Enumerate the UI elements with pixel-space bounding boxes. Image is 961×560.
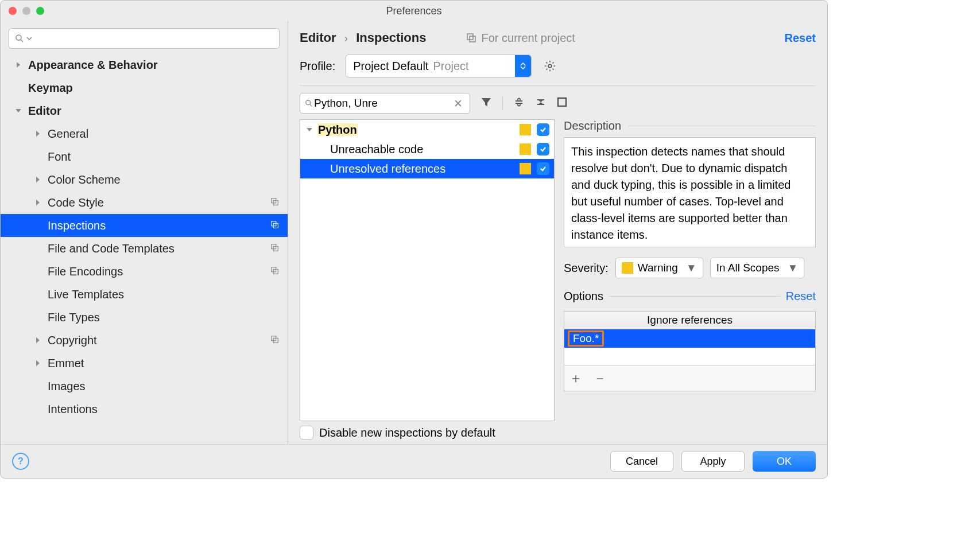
- description-title: Description: [564, 119, 621, 133]
- svg-rect-17: [558, 98, 566, 106]
- inspection-item[interactable]: Unresolved references: [300, 159, 554, 178]
- settings-search-input[interactable]: [34, 32, 273, 45]
- reset-link[interactable]: Reset: [785, 32, 816, 45]
- sidebar-item-label: Font: [48, 150, 71, 164]
- expand-arrow-icon: [13, 61, 24, 68]
- expand-arrow-icon: [33, 337, 43, 344]
- severity-select[interactable]: Warning ▼: [615, 258, 703, 278]
- preferences-window: Preferences Appearance & BehaviorKeymapE…: [0, 0, 828, 479]
- remove-reference-button[interactable]: －: [593, 369, 607, 387]
- svg-rect-12: [467, 34, 473, 40]
- sidebar-item-appearance-behavior[interactable]: Appearance & Behavior: [1, 53, 288, 76]
- expand-all-button[interactable]: [513, 96, 525, 110]
- svg-rect-13: [470, 36, 475, 42]
- ok-button[interactable]: OK: [753, 451, 816, 472]
- expand-arrow-icon: [13, 107, 24, 114]
- ignore-reference-value[interactable]: Foo.*: [568, 330, 604, 347]
- sidebar-item-color-scheme[interactable]: Color Scheme: [1, 168, 288, 191]
- sidebar-item-label: Images: [48, 380, 86, 393]
- settings-tree[interactable]: Appearance & BehaviorKeymapEditorGeneral…: [1, 53, 288, 444]
- inspection-label: Python: [317, 123, 358, 137]
- profile-select[interactable]: Project Default Project: [346, 55, 532, 77]
- ignore-reference-row[interactable]: Foo.*: [564, 329, 815, 348]
- sidebar-item-inspections[interactable]: Inspections: [1, 214, 288, 237]
- project-scope-icon: [270, 196, 280, 209]
- svg-point-15: [306, 100, 311, 105]
- sidebar-item-general[interactable]: General: [1, 122, 288, 145]
- inspection-filter-input[interactable]: [313, 96, 451, 110]
- sidebar-item-images[interactable]: Images: [1, 375, 288, 398]
- expand-icon: [513, 96, 525, 108]
- expand-arrow-icon: [33, 360, 43, 367]
- sidebar-item-label: Live Templates: [48, 288, 124, 301]
- clear-filter-button[interactable]: ✕: [451, 97, 465, 110]
- disable-new-checkbox[interactable]: [300, 426, 313, 440]
- sidebar-item-label: Emmet: [48, 357, 84, 370]
- sidebar-item-file-and-code-templates[interactable]: File and Code Templates: [1, 237, 288, 260]
- sidebar-item-intentions[interactable]: Intentions: [1, 398, 288, 421]
- inspection-enable-checkbox[interactable]: [537, 143, 549, 155]
- collapse-all-button[interactable]: [535, 96, 547, 110]
- breadcrumb-leaf: Inspections: [356, 30, 426, 45]
- reset-empty-button[interactable]: [557, 97, 567, 110]
- sidebar-item-label: Color Scheme: [48, 173, 121, 186]
- help-button[interactable]: ?: [12, 453, 29, 470]
- profile-label: Profile:: [300, 60, 335, 73]
- main-panel: Editor › Inspections For current project…: [288, 21, 827, 444]
- dialog-footer: ? Cancel Apply OK: [1, 444, 827, 478]
- search-icon: [305, 99, 313, 107]
- profile-actions-button[interactable]: [542, 58, 558, 74]
- disable-new-label: Disable new inspections by default: [319, 426, 495, 440]
- breadcrumb-separator: ›: [344, 32, 348, 45]
- inspection-item[interactable]: Unreachable code: [300, 139, 554, 159]
- options-reset-link[interactable]: Reset: [786, 290, 816, 303]
- inspection-list[interactable]: PythonUnreachable codeUnresolved referen…: [300, 119, 555, 421]
- settings-search[interactable]: [9, 28, 280, 49]
- project-scope-icon: [270, 242, 280, 255]
- square-icon: [557, 97, 567, 107]
- options-title: Options: [564, 290, 603, 303]
- search-icon: [15, 34, 24, 43]
- sidebar-item-file-encodings[interactable]: File Encodings: [1, 260, 288, 283]
- sidebar-item-label: Keymap: [28, 81, 73, 95]
- chevron-down-icon: [26, 36, 32, 41]
- sidebar-item-label: Code Style: [48, 196, 104, 209]
- window-title: Preferences: [1, 5, 827, 17]
- sidebar-item-editor[interactable]: Editor: [1, 99, 288, 122]
- inspection-filter[interactable]: ✕: [300, 93, 470, 114]
- expand-arrow-icon: [33, 199, 43, 206]
- project-scope-icon: [270, 219, 280, 232]
- cancel-button[interactable]: Cancel: [610, 451, 673, 472]
- sidebar-item-live-templates[interactable]: Live Templates: [1, 283, 288, 306]
- apply-button[interactable]: Apply: [681, 451, 745, 472]
- inspection-label: Unresolved references: [330, 162, 445, 176]
- project-scope-icon: [270, 334, 280, 347]
- project-scope-icon: [466, 33, 476, 43]
- filter-button[interactable]: [480, 96, 492, 110]
- expand-arrow-icon: [33, 130, 43, 137]
- severity-swatch-icon: [520, 143, 531, 155]
- sidebar: Appearance & BehaviorKeymapEditorGeneral…: [1, 21, 288, 444]
- sidebar-item-font[interactable]: Font: [1, 145, 288, 168]
- sidebar-item-label: Copyright: [48, 334, 97, 347]
- sidebar-item-copyright[interactable]: Copyright: [1, 329, 288, 352]
- inspection-label: Unreachable code: [330, 143, 423, 156]
- inspection-category[interactable]: Python: [300, 120, 554, 139]
- inspection-enable-checkbox[interactable]: [537, 123, 549, 136]
- description-text: This inspection detects names that shoul…: [564, 137, 816, 247]
- scope-hint: For current project: [466, 32, 575, 45]
- severity-swatch-icon: [520, 124, 531, 135]
- breadcrumb-root[interactable]: Editor: [300, 30, 336, 45]
- chevron-down-icon: ▼: [686, 262, 697, 274]
- add-reference-button[interactable]: ＋: [569, 369, 583, 387]
- sidebar-item-keymap[interactable]: Keymap: [1, 76, 288, 99]
- sidebar-item-emmet[interactable]: Emmet: [1, 352, 288, 375]
- expand-arrow-icon: [305, 126, 314, 133]
- scope-select[interactable]: In All Scopes ▼: [710, 258, 805, 278]
- sidebar-item-code-style[interactable]: Code Style: [1, 191, 288, 214]
- gear-icon: [544, 60, 556, 72]
- sidebar-item-file-types[interactable]: File Types: [1, 306, 288, 329]
- sidebar-item-label: Appearance & Behavior: [28, 59, 158, 72]
- inspection-enable-checkbox[interactable]: [537, 162, 549, 175]
- severity-label: Severity:: [564, 262, 609, 275]
